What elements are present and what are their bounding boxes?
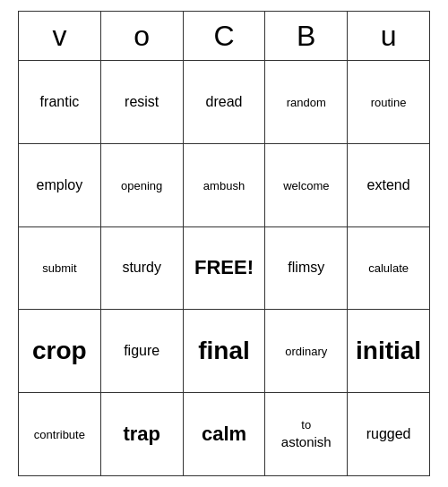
list-item: employ <box>19 143 101 226</box>
cell-top-text: to <box>301 418 311 433</box>
cell-text: final <box>198 337 250 364</box>
list-item: routine <box>348 61 430 144</box>
cell-bottom-text: astonish <box>281 433 332 451</box>
cell-text: sturdy <box>122 260 161 275</box>
list-item: crop <box>19 310 101 393</box>
cell-text: FREE! <box>194 256 254 278</box>
cell-text: flimsy <box>288 260 324 275</box>
list-item: trap <box>100 393 183 476</box>
cell-text: routine <box>371 96 407 109</box>
cell-text: calulate <box>368 261 409 275</box>
table-row: franticresistdreadrandomroutine <box>19 61 430 144</box>
cell-text: random <box>287 96 326 109</box>
cell-text: ordinary <box>285 345 327 358</box>
cell-text: employ <box>37 177 83 192</box>
cell-text: ambush <box>203 179 245 192</box>
cell-text: trap <box>123 423 160 445</box>
header-row: v o C B u <box>19 12 430 61</box>
list-item: calulate <box>348 226 430 310</box>
list-item: flimsy <box>265 226 348 310</box>
list-item: contribute <box>19 393 101 476</box>
list-item: ordinary <box>265 310 348 393</box>
bingo-table: v o C B u franticresistdreadrandomroutin… <box>18 11 430 476</box>
cell-text: rugged <box>366 426 411 441</box>
cell-text: dread <box>206 94 243 109</box>
table-row: cropfigurefinalordinaryinitial <box>19 310 430 393</box>
list-item: welcome <box>265 143 348 226</box>
cell-text: frantic <box>40 94 80 109</box>
list-item: random <box>265 61 348 144</box>
list-item: figure <box>100 310 183 393</box>
cell-text: crop <box>32 337 87 364</box>
list-item: FREE! <box>183 226 265 310</box>
list-item: rugged <box>348 393 430 476</box>
cell-text: submit <box>42 261 76 275</box>
cell-text: opening <box>121 179 162 192</box>
list-item: extend <box>348 143 430 226</box>
table-row: contributetrapcalmtoastonishrugged <box>19 393 430 476</box>
list-item: calm <box>183 393 265 476</box>
list-item: toastonish <box>265 393 348 476</box>
list-item: initial <box>348 310 430 393</box>
list-item: final <box>183 310 265 393</box>
table-row: employopeningambushwelcomeextend <box>19 143 430 226</box>
list-item: sturdy <box>100 226 183 310</box>
cell-text: calm <box>202 423 246 445</box>
cell-text: welcome <box>283 179 329 192</box>
list-item: frantic <box>19 61 101 144</box>
cell-text: initial <box>356 337 421 364</box>
cell-text: extend <box>367 177 410 192</box>
table-row: submitsturdyFREE!flimsycalulate <box>19 226 430 310</box>
cell-text: resist <box>125 94 159 109</box>
cell-text: figure <box>124 343 159 358</box>
list-item: dread <box>183 61 265 144</box>
list-item: opening <box>100 143 183 226</box>
header-col-o: o <box>100 12 183 61</box>
header-col-c: C <box>183 12 265 61</box>
header-col-b: B <box>265 12 348 61</box>
list-item: ambush <box>183 143 265 226</box>
header-col-u: u <box>348 12 430 61</box>
header-col-v: v <box>19 12 101 61</box>
cell-text: contribute <box>34 428 85 441</box>
list-item: submit <box>19 226 101 310</box>
bingo-card: v o C B u franticresistdreadrandomroutin… <box>18 11 430 476</box>
list-item: resist <box>100 61 183 144</box>
